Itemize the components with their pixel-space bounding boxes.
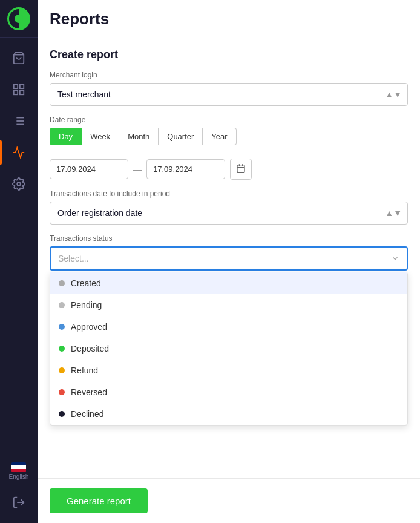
date-tab-month[interactable]: Month [119, 128, 159, 145]
status-option-declined[interactable]: Declined [50, 403, 407, 425]
calendar-icon [236, 163, 246, 173]
flag-icon [11, 462, 26, 472]
status-placeholder: Select... [58, 254, 89, 263]
status-dot-created [59, 280, 65, 286]
date-tab-year[interactable]: Year [203, 128, 236, 145]
list-icon [12, 114, 25, 128]
svg-rect-13 [237, 165, 244, 173]
transaction-date-select[interactable]: Order registration date [50, 202, 408, 225]
dashboard-icon [12, 83, 25, 96]
date-tab-quarter[interactable]: Quarter [159, 128, 203, 145]
status-chevron-icon [391, 254, 399, 263]
svg-point-11 [17, 182, 21, 186]
status-select-trigger[interactable]: Select... [50, 246, 408, 271]
sidebar-item-list[interactable] [0, 105, 38, 137]
sidebar-bottom: English [0, 458, 38, 523]
svg-rect-2 [20, 85, 24, 88]
sidebar-item-reports[interactable] [0, 137, 38, 168]
content-area: Create report Merchant login Test mercha… [38, 36, 420, 478]
date-range-label: Date range [50, 116, 408, 124]
status-dropdown-list: Created Pending Approved Deposited [50, 272, 408, 426]
sidebar-nav [0, 38, 38, 458]
status-dot-refund [59, 367, 65, 373]
status-dot-pending [59, 302, 65, 308]
merchant-select[interactable]: Test merchant [50, 83, 408, 106]
status-label-deposited: Deposited [71, 344, 109, 354]
date-to-input[interactable] [146, 159, 225, 179]
generate-report-button[interactable]: Generate report [50, 488, 148, 513]
status-dot-declined [59, 411, 65, 417]
status-label-declined: Declined [71, 409, 103, 419]
logo-inner [15, 15, 23, 23]
cart-icon [12, 51, 25, 65]
date-tabs: Day Week Month Quarter Year [50, 128, 237, 145]
status-label-refund: Refund [71, 366, 98, 375]
merchant-label: Merchant login [50, 71, 408, 79]
merchant-group: Merchant login Test merchant ▲▼ [50, 71, 408, 106]
status-dot-approved [59, 324, 65, 330]
date-tab-day[interactable]: Day [50, 128, 82, 145]
status-label-reversed: Reversed [71, 387, 107, 397]
status-option-pending[interactable]: Pending [50, 294, 407, 316]
transaction-status-label: Transactions status [50, 234, 408, 243]
logout-icon [12, 496, 25, 509]
status-dot-reversed [59, 389, 65, 395]
status-option-created[interactable]: Created [50, 272, 407, 294]
merchant-select-wrapper: Test merchant ▲▼ [50, 83, 408, 106]
transaction-date-group: Transactions date to include in period O… [50, 189, 408, 225]
status-dot-deposited [59, 346, 65, 352]
status-label-pending: Pending [71, 300, 102, 310]
date-tab-week[interactable]: Week [82, 128, 119, 145]
status-option-refund[interactable]: Refund [50, 360, 407, 381]
page-title: Reports [50, 10, 408, 28]
sidebar-item-cart[interactable] [0, 42, 38, 74]
logo[interactable] [0, 0, 38, 38]
svg-rect-4 [20, 91, 24, 94]
section-title: Create report [50, 48, 408, 61]
date-range-group: Date range Day Week Month Quarter Year — [50, 116, 408, 180]
transaction-date-label: Transactions date to include in period [50, 189, 408, 198]
date-calendar-button[interactable] [230, 159, 252, 180]
status-label-created: Created [71, 278, 101, 288]
sidebar-item-logout[interactable] [0, 487, 38, 518]
settings-icon [12, 177, 25, 191]
logo-circle [7, 7, 30, 30]
main-content: Reports Create report Merchant login Tes… [38, 0, 420, 523]
status-dropdown-wrapper: Select... Created Pending Approved [50, 246, 408, 271]
status-option-approved[interactable]: Approved [50, 316, 407, 338]
sidebar-item-dashboard[interactable] [0, 74, 38, 105]
status-option-deposited[interactable]: Deposited [50, 338, 407, 360]
language-button[interactable]: English [0, 458, 38, 484]
reports-icon [12, 146, 25, 159]
svg-rect-1 [14, 85, 18, 88]
generate-section: Generate report [38, 478, 420, 523]
transaction-status-group: Transactions status Select... Created Pe… [50, 234, 408, 271]
status-option-reversed[interactable]: Reversed [50, 381, 407, 403]
date-from-input[interactable] [50, 159, 128, 179]
sidebar: English [0, 0, 38, 523]
svg-rect-3 [14, 91, 18, 94]
sidebar-item-settings[interactable] [0, 168, 38, 200]
date-inputs: — [50, 159, 252, 180]
active-bar [0, 140, 2, 165]
date-separator: — [133, 165, 142, 174]
transaction-date-select-wrapper: Order registration date ▲▼ [50, 202, 408, 225]
status-label-approved: Approved [71, 322, 107, 332]
header: Reports [38, 0, 420, 36]
language-label: English [9, 473, 29, 480]
